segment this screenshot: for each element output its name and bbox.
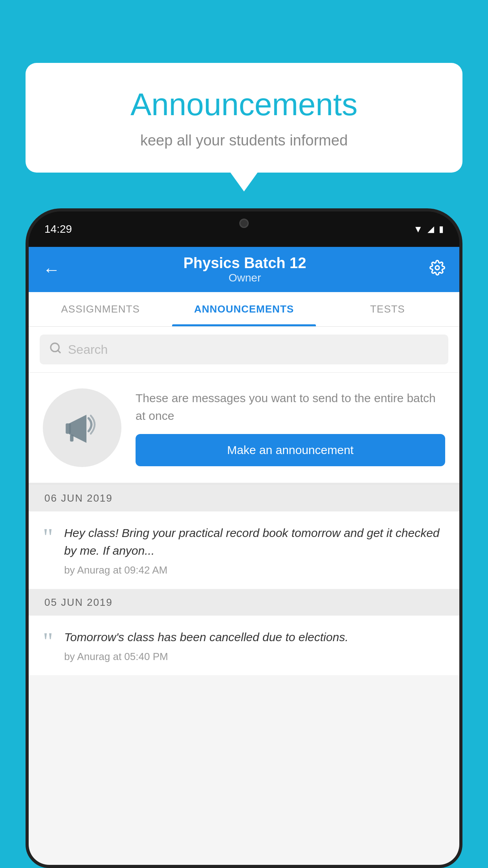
svg-rect-5 [70, 435, 73, 442]
app-screen: ← Physics Batch 12 Owner ASSIGNMENTS ANN… [29, 247, 459, 865]
announcement-item-2[interactable]: " Tomorrow's class has been cancelled du… [29, 616, 459, 676]
announcement-meta-1: by Anurag at 09:42 AM [64, 564, 445, 576]
volume-up-button[interactable] [26, 337, 29, 369]
wifi-icon: ▼ [413, 224, 423, 235]
tab-assignments[interactable]: ASSIGNMENTS [29, 292, 172, 326]
signal-icon: ◢ [427, 224, 434, 234]
make-announcement-button[interactable]: Make an announcement [136, 434, 445, 466]
svg-line-2 [58, 350, 60, 353]
batch-title: Physics Batch 12 [183, 255, 306, 272]
speech-bubble-arrow [230, 172, 258, 191]
phone-notch [205, 211, 283, 235]
header-center: Physics Batch 12 Owner [183, 255, 306, 284]
megaphone-circle [43, 388, 121, 467]
tab-tests[interactable]: TESTS [316, 292, 459, 326]
search-placeholder: Search [68, 342, 108, 357]
date-divider-1: 06 JUN 2019 [29, 485, 459, 511]
megaphone-icon [61, 406, 104, 449]
power-button[interactable] [459, 361, 462, 408]
front-camera [239, 219, 249, 228]
announcement-meta-2: by Anurag at 05:40 PM [64, 651, 445, 663]
search-icon [49, 342, 62, 357]
quote-icon-1: " [43, 527, 53, 547]
announcement-text-2: Tomorrow's class has been cancelled due … [64, 628, 445, 646]
announcement-item-1[interactable]: " Hey class! Bring your practical record… [29, 511, 459, 589]
tab-announcements[interactable]: ANNOUNCEMENTS [172, 292, 316, 326]
search-container: Search [29, 327, 459, 373]
speech-bubble-subtitle: keep all your students informed [57, 132, 431, 149]
speech-bubble-container: Announcements keep all your students inf… [26, 63, 462, 191]
back-button[interactable]: ← [43, 261, 60, 278]
battery-icon: ▮ [439, 224, 444, 234]
settings-button[interactable] [429, 260, 445, 279]
quote-icon-2: " [43, 631, 53, 651]
tab-bar: ASSIGNMENTS ANNOUNCEMENTS TESTS [29, 292, 459, 327]
volume-down-button[interactable] [26, 381, 29, 412]
announcement-content-2: Tomorrow's class has been cancelled due … [64, 628, 445, 663]
svg-rect-4 [66, 423, 71, 434]
speech-bubble-title: Announcements [57, 86, 431, 123]
app-header: ← Physics Batch 12 Owner [29, 247, 459, 292]
speech-bubble: Announcements keep all your students inf… [26, 63, 462, 173]
phone-frame: 14:29 ▼ ◢ ▮ ← Physics Batch 12 Owner [26, 208, 462, 868]
search-bar[interactable]: Search [40, 335, 448, 364]
announcement-content-1: Hey class! Bring your practical record b… [64, 524, 445, 576]
status-time: 14:29 [44, 223, 72, 235]
status-icons: ▼ ◢ ▮ [413, 224, 444, 235]
announcement-text-1: Hey class! Bring your practical record b… [64, 524, 445, 559]
announcement-cta-section: These are messages you want to send to t… [29, 373, 459, 485]
date-divider-2: 05 JUN 2019 [29, 589, 459, 616]
batch-role: Owner [183, 272, 306, 284]
cta-description: These are messages you want to send to t… [136, 389, 445, 425]
cta-right: These are messages you want to send to t… [136, 389, 445, 466]
status-bar: 14:29 ▼ ◢ ▮ [29, 211, 459, 247]
svg-point-0 [435, 266, 439, 270]
